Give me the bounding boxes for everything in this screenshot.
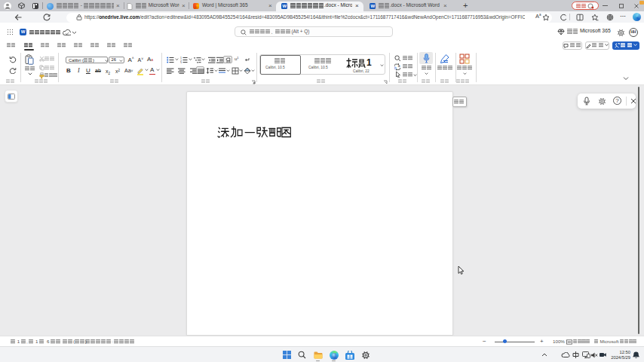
svg-text:3: 3 <box>180 61 182 63</box>
svg-text:b: b <box>394 65 397 69</box>
svg-text:a: a <box>398 63 400 68</box>
